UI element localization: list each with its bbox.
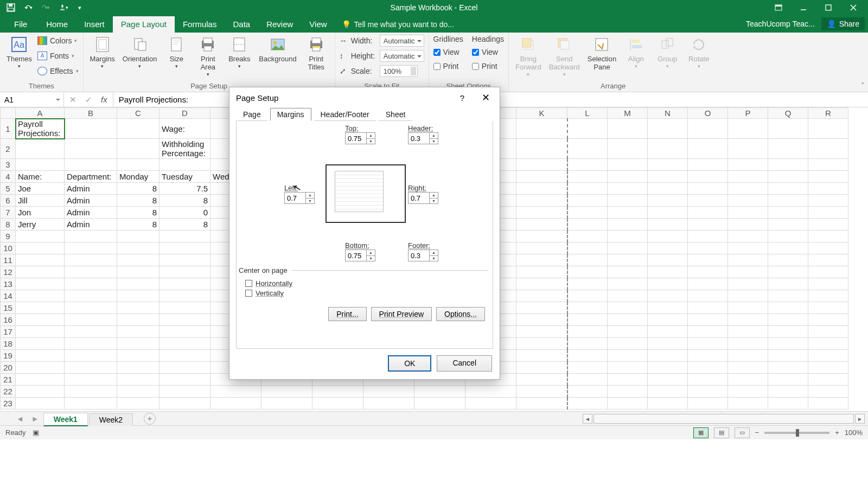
cell[interactable] xyxy=(159,326,210,338)
cell[interactable] xyxy=(808,386,848,398)
cell[interactable] xyxy=(159,290,210,302)
themes-button[interactable]: Aa Themes▾ xyxy=(4,34,34,69)
cell[interactable] xyxy=(688,159,728,171)
cell[interactable] xyxy=(728,386,768,398)
cell[interactable] xyxy=(688,254,728,266)
column-header[interactable]: N xyxy=(648,108,688,119)
cell[interactable] xyxy=(688,290,728,302)
cell[interactable] xyxy=(516,326,567,338)
cell[interactable] xyxy=(688,350,728,362)
cell[interactable]: 8 xyxy=(117,207,159,219)
cell[interactable] xyxy=(516,350,567,362)
cell[interactable] xyxy=(728,326,768,338)
cell[interactable]: 0 xyxy=(159,207,210,219)
cell[interactable] xyxy=(688,362,728,374)
cell[interactable] xyxy=(728,219,768,231)
cell[interactable] xyxy=(608,219,648,231)
cell[interactable] xyxy=(608,159,648,171)
cell[interactable] xyxy=(808,314,848,326)
cell[interactable] xyxy=(808,398,848,410)
cell[interactable] xyxy=(728,302,768,314)
send-backward-button[interactable]: Send Backward▾ xyxy=(547,34,582,77)
cell[interactable] xyxy=(16,338,65,350)
cell[interactable] xyxy=(159,398,210,410)
cell[interactable] xyxy=(808,207,848,219)
breaks-button[interactable]: Breaks▾ xyxy=(225,34,253,69)
dialog-tab-page[interactable]: Page xyxy=(236,108,268,121)
cell[interactable] xyxy=(567,139,608,159)
row-header[interactable]: 1 xyxy=(1,119,16,139)
column-header[interactable]: Q xyxy=(768,108,808,119)
margins-button[interactable]: Margins▾ xyxy=(88,34,117,69)
cell[interactable] xyxy=(159,302,210,314)
right-input[interactable] xyxy=(409,193,429,203)
cell[interactable] xyxy=(608,290,648,302)
enter-formula-icon[interactable]: ✓ xyxy=(85,95,92,105)
cell[interactable] xyxy=(728,398,768,410)
column-header[interactable]: B xyxy=(65,108,117,119)
cell[interactable] xyxy=(768,326,808,338)
cell[interactable] xyxy=(648,242,688,254)
cell[interactable] xyxy=(768,398,808,410)
cell[interactable] xyxy=(728,242,768,254)
cell[interactable] xyxy=(159,159,210,171)
row-header[interactable]: 9 xyxy=(1,231,16,242)
cell[interactable] xyxy=(117,278,159,290)
tab-data[interactable]: Data xyxy=(225,16,258,33)
cell[interactable]: Admin xyxy=(65,219,117,231)
cell[interactable] xyxy=(648,183,688,195)
ribbon-display-icon[interactable] xyxy=(766,0,791,15)
cell[interactable] xyxy=(159,278,210,290)
row-header[interactable]: 6 xyxy=(1,195,16,207)
cell[interactable] xyxy=(608,207,648,219)
cell[interactable] xyxy=(688,374,728,386)
row-header[interactable]: 8 xyxy=(1,219,16,231)
cell[interactable] xyxy=(808,302,848,314)
cell[interactable] xyxy=(648,362,688,374)
zoom-in-icon[interactable]: + xyxy=(835,429,839,437)
cell[interactable] xyxy=(728,338,768,350)
cell[interactable] xyxy=(117,139,159,159)
cell[interactable] xyxy=(648,119,688,139)
cell[interactable] xyxy=(648,195,688,207)
cell[interactable] xyxy=(516,119,567,139)
cell[interactable] xyxy=(768,338,808,350)
cell[interactable] xyxy=(688,242,728,254)
top-input[interactable] xyxy=(346,133,366,144)
cell[interactable]: Name: xyxy=(16,171,65,183)
cell[interactable] xyxy=(414,386,465,398)
normal-view-icon[interactable]: ▦ xyxy=(693,427,709,438)
cell[interactable] xyxy=(728,207,768,219)
row-header[interactable]: 12 xyxy=(1,266,16,278)
cell[interactable] xyxy=(16,386,65,398)
dialog-tab-sheet[interactable]: Sheet xyxy=(379,108,413,121)
undo-icon[interactable]: ↶▾ xyxy=(22,2,35,14)
column-header[interactable]: P xyxy=(728,108,768,119)
cell[interactable] xyxy=(648,266,688,278)
cell[interactable]: 8 xyxy=(159,195,210,207)
cell[interactable] xyxy=(516,254,567,266)
cell[interactable] xyxy=(728,171,768,183)
cell[interactable] xyxy=(648,139,688,159)
cell[interactable] xyxy=(648,398,688,410)
cell[interactable] xyxy=(159,231,210,242)
cell[interactable] xyxy=(728,159,768,171)
cell[interactable] xyxy=(516,278,567,290)
fonts-button[interactable]: AFonts▾ xyxy=(37,49,79,63)
cell[interactable] xyxy=(768,302,808,314)
cell[interactable] xyxy=(648,159,688,171)
cell[interactable]: 8 xyxy=(159,219,210,231)
cell[interactable] xyxy=(65,326,117,338)
cell[interactable] xyxy=(65,159,117,171)
column-header[interactable]: C xyxy=(117,108,159,119)
tab-view[interactable]: View xyxy=(301,16,335,33)
cell[interactable]: Withholding Percentage: xyxy=(159,139,210,159)
hscroll-left-icon[interactable]: ◄ xyxy=(583,414,592,424)
cell[interactable] xyxy=(516,290,567,302)
cell[interactable] xyxy=(648,231,688,242)
cell[interactable] xyxy=(768,231,808,242)
cell[interactable] xyxy=(768,183,808,195)
cell[interactable] xyxy=(567,290,608,302)
group-button[interactable]: Group▾ xyxy=(653,34,681,69)
cell[interactable] xyxy=(808,278,848,290)
